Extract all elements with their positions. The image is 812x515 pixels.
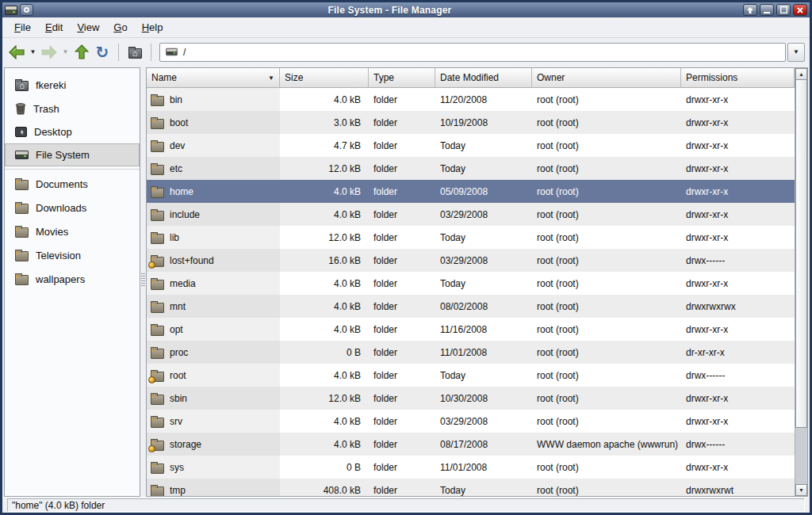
up-button[interactable] [72, 42, 91, 63]
forward-history-dropdown[interactable]: ▼ [60, 42, 71, 63]
sidebar-shortcuts: ⌂fkerekiTrashDesktopFile SystemDocuments… [4, 67, 140, 497]
folder-icon [151, 142, 164, 152]
column-header-owner[interactable]: Owner [532, 68, 681, 88]
caret-down-icon: ▼ [793, 48, 799, 55]
table-row[interactable]: root4.0 kBfolderTodayroot (root)drwx----… [147, 364, 795, 387]
cell-text: 08/02/2008 [440, 301, 488, 312]
cell-text: home [170, 186, 193, 197]
reload-button[interactable]: ↻ [93, 42, 112, 63]
table-row[interactable]: lost+found16.0 kBfolder03/29/2008root (r… [147, 249, 795, 272]
menu-edit[interactable]: Edit [38, 19, 70, 36]
cell-name: sys [147, 456, 280, 479]
table-row[interactable]: proc0 Bfolder11/01/2008root (root)dr-xr-… [147, 341, 795, 364]
menu-view[interactable]: View [70, 19, 106, 36]
cell-text: root (root) [537, 232, 579, 243]
sidebar-item-fkereki[interactable]: ⌂fkereki [5, 73, 140, 97]
cell-text: etc [170, 163, 182, 174]
scroll-up-button[interactable]: ▲ [795, 68, 807, 80]
cell-name: home [147, 180, 280, 203]
column-header-date-modified[interactable]: Date Modified [435, 68, 532, 88]
table-row[interactable]: opt4.0 kBfolder11/16/2008root (root)drwx… [147, 318, 795, 341]
sidebar-item-file-system[interactable]: File System [5, 143, 140, 166]
pane-splitter[interactable] [140, 67, 146, 497]
cell-perm: drwxr-xr-x [681, 88, 795, 111]
forward-button[interactable] [40, 42, 59, 63]
cell-text: 0 B [347, 347, 361, 358]
cell-text: folder [373, 117, 397, 128]
table-row[interactable]: lib12.0 kBfolderTodayroot (root)drwxr-xr… [147, 226, 795, 249]
table-row[interactable]: storage4.0 kBfolder08/17/2008WWW daemon … [147, 433, 795, 456]
cell-text: mnt [170, 301, 186, 312]
table-row[interactable]: srv4.0 kBfolder03/29/2008root (root)drwx… [147, 410, 795, 433]
main-area: ⌂fkerekiTrashDesktopFile SystemDocuments… [2, 66, 810, 497]
sidebar-item-wallpapers[interactable]: wallpapers [5, 267, 140, 291]
table-row[interactable]: include4.0 kBfolder03/29/2008root (root)… [147, 203, 795, 226]
vertical-scrollbar[interactable]: ▲ ▼ [795, 68, 807, 496]
shade-button[interactable] [743, 4, 757, 16]
cell-text: folder [373, 439, 397, 450]
cell-type: folder [369, 180, 435, 203]
sidebar-item-label: File System [36, 149, 90, 161]
cell-size: 4.0 kB [280, 295, 369, 318]
cell-text: folder [373, 255, 397, 266]
table-row[interactable]: bin4.0 kBfolder11/20/2008root (root)drwx… [147, 88, 795, 111]
cell-text: dr-xr-xr-x [686, 347, 725, 358]
toolbar: ▼ ▼ ↻ ⌂ / ▼ [2, 38, 810, 66]
cell-name: bin [147, 88, 280, 111]
cell-perm: drwx------ [681, 433, 795, 456]
column-header-name[interactable]: Name▼ [147, 68, 280, 88]
sidebar-item-television[interactable]: Television [5, 243, 140, 267]
folder-icon [151, 349, 164, 359]
sidebar-item-desktop[interactable]: Desktop [5, 120, 140, 143]
sidebar-item-movies[interactable]: Movies [5, 219, 140, 243]
cell-size: 0 B [280, 456, 369, 479]
scroll-track[interactable] [795, 80, 807, 484]
sidebar-item-label: wallpapers [36, 273, 85, 285]
cell-text: root (root) [537, 485, 579, 496]
maximize-button[interactable] [776, 4, 791, 16]
table-row[interactable]: etc12.0 kBfolderTodayroot (root)drwxr-xr… [147, 157, 795, 180]
table-row[interactable]: home4.0 kBfolder05/09/2008root (root)drw… [147, 180, 795, 203]
up-arrow-icon [75, 44, 89, 59]
home-button[interactable]: ⌂ [125, 42, 144, 63]
cell-text: root (root) [537, 140, 579, 151]
table-row[interactable]: boot3.0 kBfolder10/19/2008root (root)drw… [147, 111, 795, 134]
table-row[interactable]: tmp408.0 kBfolderTodayroot (root)drwxrwx… [147, 479, 795, 496]
table-row[interactable]: mnt4.0 kBfolder08/02/2008root (root)drwx… [147, 295, 795, 318]
cell-text: 10/19/2008 [440, 117, 488, 128]
cell-perm: drwxr-xr-x [681, 318, 795, 341]
column-header-size[interactable]: Size [280, 68, 369, 88]
sticky-button[interactable] [20, 4, 33, 16]
scroll-down-button[interactable]: ▼ [795, 484, 807, 496]
cell-name: opt [147, 318, 280, 341]
table-row[interactable]: dev4.7 kBfolderTodayroot (root)drwxr-xr-… [147, 134, 795, 157]
table-row[interactable]: sbin12.0 kBfolder10/30/2008root (root)dr… [147, 387, 795, 410]
cell-name: proc [147, 341, 280, 364]
menubar: File Edit View Go Help [2, 17, 810, 38]
back-history-dropdown[interactable]: ▼ [28, 42, 38, 63]
minimize-icon [764, 7, 770, 13]
cell-text: root (root) [537, 370, 579, 381]
column-header-type[interactable]: Type [369, 68, 435, 88]
cell-type: folder [369, 272, 435, 295]
back-button[interactable] [7, 42, 26, 63]
cell-type: folder [369, 433, 435, 456]
cell-size: 4.0 kB [280, 410, 369, 433]
menu-help[interactable]: Help [135, 19, 170, 36]
cell-text: drwxr-xr-x [686, 462, 728, 473]
path-entry[interactable]: / [159, 43, 786, 62]
menu-file[interactable]: File [7, 19, 38, 36]
column-header-permissions[interactable]: Permissions [681, 68, 795, 88]
minimize-button[interactable] [760, 4, 774, 16]
cell-date: 08/17/2008 [435, 433, 532, 456]
sidebar-item-trash[interactable]: Trash [5, 97, 140, 120]
path-dropdown-button[interactable]: ▼ [787, 43, 805, 62]
table-row[interactable]: media4.0 kBfolderTodayroot (root)drwxr-x… [147, 272, 795, 295]
sidebar-item-downloads[interactable]: Downloads [5, 196, 140, 219]
cell-text: lib [170, 232, 179, 243]
close-button[interactable] [793, 4, 807, 16]
sidebar-item-documents[interactable]: Documents [5, 172, 140, 196]
table-row[interactable]: sys0 Bfolder11/01/2008root (root)drwxr-x… [147, 456, 795, 479]
menu-go[interactable]: Go [106, 19, 134, 36]
scroll-thumb[interactable] [795, 80, 807, 428]
